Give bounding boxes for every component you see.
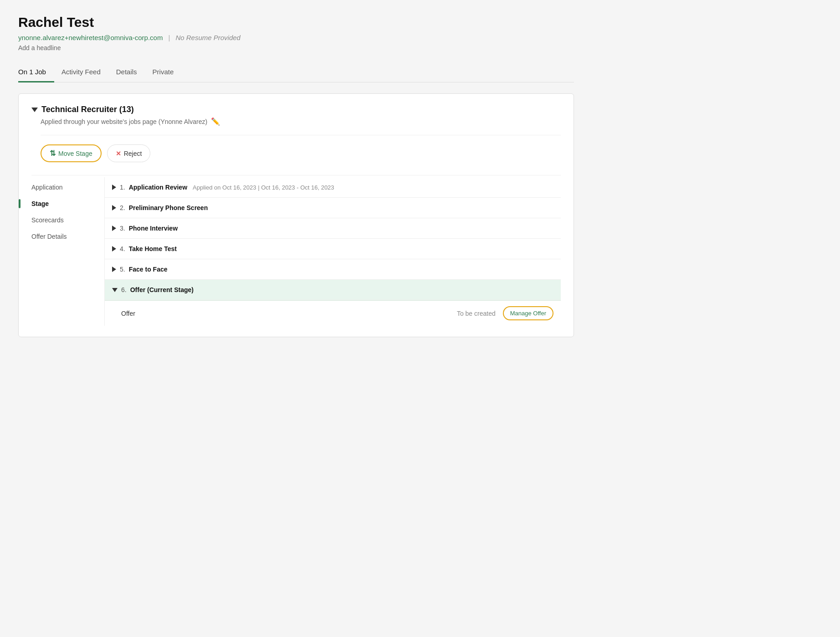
move-stage-arrow-icon: ⇅ xyxy=(50,149,56,158)
stage-5-number: 5. xyxy=(120,266,125,273)
sidebar-item-scorecards[interactable]: Scorecards xyxy=(31,212,104,228)
meta-divider: | xyxy=(168,34,170,41)
stage-item-5: 5. Face to Face xyxy=(105,259,561,280)
stage-item-4: 4. Take Home Test xyxy=(105,239,561,259)
candidate-email[interactable]: ynonne.alvarez+newhiretest@omniva-corp.c… xyxy=(18,34,163,41)
tab-details[interactable]: Details xyxy=(116,62,145,82)
tab-private[interactable]: Private xyxy=(153,62,182,82)
offer-right: To be created Manage Offer xyxy=(457,306,553,320)
content-layout: Application Stage Scorecards Offer Detai… xyxy=(31,177,561,326)
stage-3-name: Phone Interview xyxy=(129,225,178,232)
main-card: Technical Recruiter (13) Applied through… xyxy=(18,93,574,337)
stage-1-number: 1. xyxy=(120,184,125,191)
candidate-name: Rachel Test xyxy=(18,15,574,30)
offer-sub-row: Offer To be created Manage Offer xyxy=(105,300,561,326)
reject-button[interactable]: ✕ Reject xyxy=(107,144,151,162)
stage-4-expand-icon[interactable] xyxy=(112,246,116,252)
job-source: Applied through your website's jobs page… xyxy=(41,117,561,126)
manage-offer-button[interactable]: Manage Offer xyxy=(503,306,553,320)
stage-5-expand-icon[interactable] xyxy=(112,267,116,272)
active-bar xyxy=(19,199,20,208)
sidebar-item-offer-details[interactable]: Offer Details xyxy=(31,228,104,245)
move-stage-button[interactable]: ⇅ Move Stage xyxy=(41,144,102,162)
edit-source-icon[interactable]: ✏️ xyxy=(211,117,220,126)
offer-label: Offer xyxy=(121,310,135,317)
job-title: Technical Recruiter (13) xyxy=(41,105,134,114)
action-buttons: ⇅ Move Stage ✕ Reject xyxy=(41,144,561,162)
sidebar-item-application[interactable]: Application xyxy=(31,179,104,195)
stages-list: 1. Application Review Applied on Oct 16,… xyxy=(104,177,561,326)
stage-6-expand-icon[interactable] xyxy=(112,288,118,292)
reject-x-icon: ✕ xyxy=(116,150,121,157)
stage-1-name: Application Review xyxy=(129,184,187,191)
tab-bar: On 1 Job Activity Feed Details Private xyxy=(18,62,574,82)
stage-6-number: 6. xyxy=(121,286,127,293)
stage-5-name: Face to Face xyxy=(129,266,168,273)
stage-2-name: Preliminary Phone Screen xyxy=(129,204,208,211)
job-header: Technical Recruiter (13) xyxy=(31,105,561,114)
stage-item-3: 3. Phone Interview xyxy=(105,218,561,239)
stage-6-name: Offer (Current Stage) xyxy=(130,286,194,293)
sidebar-nav: Application Stage Scorecards Offer Detai… xyxy=(31,177,104,326)
stage-4-number: 4. xyxy=(120,245,125,252)
stage-4-name: Take Home Test xyxy=(129,245,177,252)
stage-2-number: 2. xyxy=(120,204,125,211)
collapse-job-icon[interactable] xyxy=(31,108,38,112)
tab-activity-feed[interactable]: Activity Feed xyxy=(61,62,109,82)
stage-3-expand-icon[interactable] xyxy=(112,226,116,231)
stage-item-6: 6. Offer (Current Stage) xyxy=(105,280,561,300)
stage-item-2: 2. Preliminary Phone Screen xyxy=(105,198,561,218)
no-resume-label: No Resume Provided xyxy=(175,34,241,41)
stage-item-1: 1. Application Review Applied on Oct 16,… xyxy=(105,177,561,198)
tab-on-job[interactable]: On 1 Job xyxy=(18,62,54,82)
stage-1-expand-icon[interactable] xyxy=(112,185,116,190)
add-headline-link[interactable]: Add a headline xyxy=(18,44,574,51)
stage-2-expand-icon[interactable] xyxy=(112,205,116,211)
stage-1-meta: Applied on Oct 16, 2023 | Oct 16, 2023 -… xyxy=(193,184,334,191)
offer-status: To be created xyxy=(457,310,496,317)
sidebar-item-stage[interactable]: Stage xyxy=(31,195,104,212)
stage-3-number: 3. xyxy=(120,225,125,232)
